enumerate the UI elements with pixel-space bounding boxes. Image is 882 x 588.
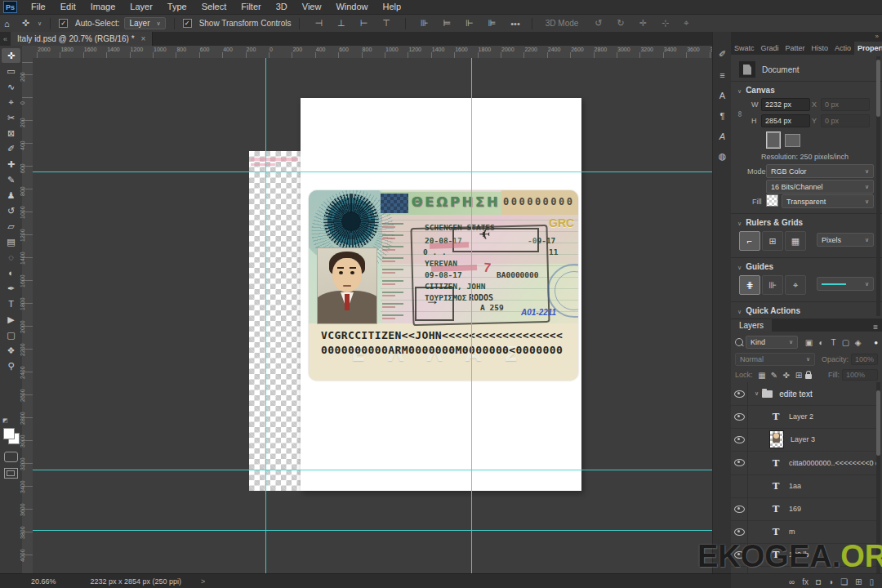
lock-transparency-icon[interactable]: ▦ xyxy=(756,371,768,380)
menu-type[interactable]: Type xyxy=(160,0,194,14)
menu-filter[interactable]: Filter xyxy=(234,0,268,14)
toggle-guides-button[interactable]: ⋕ xyxy=(739,275,760,295)
layer-row[interactable]: T1aa xyxy=(731,474,876,498)
layer-visibility-toggle[interactable] xyxy=(731,474,748,497)
menu-window[interactable]: Window xyxy=(328,0,375,14)
new-layer-icon[interactable]: ⊞ xyxy=(855,577,862,586)
crop-tool[interactable]: ✂ xyxy=(2,110,20,125)
status-chevron-icon[interactable]: > xyxy=(201,577,205,586)
photoshop-logo-icon[interactable]: Ps xyxy=(3,1,17,13)
layer-thumbnail[interactable] xyxy=(769,430,784,448)
guide-horizontal[interactable] xyxy=(33,172,712,172)
layer-filter-kind-select[interactable]: Kind ∨ xyxy=(746,336,798,349)
foreground-color-swatch[interactable] xyxy=(3,428,15,439)
menu-layer[interactable]: Layer xyxy=(122,0,160,14)
type-tool[interactable]: T xyxy=(2,296,20,311)
move-tool-preset-icon[interactable]: ✜ xyxy=(19,18,33,29)
lock-artboard-icon[interactable]: ⊞ xyxy=(793,371,805,380)
3d-mode-icon-2[interactable]: ✛ xyxy=(636,18,650,29)
align-icon-0[interactable]: ⊣ xyxy=(311,18,326,29)
default-colors-icon[interactable]: ◩ xyxy=(2,417,8,424)
screen-mode-button[interactable] xyxy=(4,468,18,479)
marquee-tool[interactable]: ▭ xyxy=(2,64,20,78)
landscape-orientation-button[interactable] xyxy=(785,134,800,147)
layer-visibility-toggle[interactable] xyxy=(731,497,748,520)
layer-row[interactable]: Layer 3 xyxy=(731,428,876,452)
collapse-tabs-icon[interactable]: « xyxy=(0,33,11,46)
horizontal-ruler[interactable]: 2000180016001400120010008006004002000200… xyxy=(22,46,712,59)
clear-guides-button[interactable]: ⌖ xyxy=(785,275,806,295)
mixer-brush-tool[interactable]: ❖ xyxy=(2,343,20,358)
tool-preset-chevron-icon[interactable]: ∨ xyxy=(38,20,42,27)
link-layers-icon[interactable]: ∞ xyxy=(789,577,795,586)
menu-view[interactable]: View xyxy=(295,0,329,14)
properties-scrollbar[interactable] xyxy=(876,56,880,316)
3d-mode-icon-4[interactable]: ⌖ xyxy=(680,18,692,29)
tool-presets-panel-icon[interactable]: ≡ xyxy=(715,67,730,82)
tab-patter[interactable]: Patter xyxy=(782,42,808,55)
layer-effects-icon[interactable]: fx xyxy=(802,577,808,586)
canvas-y-field[interactable]: 0 px xyxy=(821,114,870,127)
menu-select[interactable]: Select xyxy=(194,0,234,14)
group-chevron-icon[interactable]: ∨ xyxy=(755,390,759,397)
layer-visibility-toggle[interactable] xyxy=(731,452,748,474)
auto-select-target-dropdown[interactable]: Layer ∨ xyxy=(124,17,165,29)
canvas-x-field[interactable]: 0 px xyxy=(821,98,870,111)
filter-shape-layers-icon[interactable]: ▢ xyxy=(840,338,852,347)
adjustment-layer-icon[interactable]: ◑ xyxy=(828,577,833,586)
brush-settings-panel-icon[interactable]: ✐ xyxy=(715,47,730,62)
3d-mode-icon-3[interactable]: ⊹ xyxy=(658,18,672,29)
link-dimensions-icon[interactable]: ∞ xyxy=(736,111,745,117)
tab-actio[interactable]: Actio xyxy=(831,42,854,55)
auto-select-checkbox[interactable]: ✓ xyxy=(59,19,68,28)
filter-adjustment-layers-icon[interactable]: ◐ xyxy=(815,338,827,347)
align-icon-1[interactable]: ⊥ xyxy=(334,18,349,29)
paragraph-panel-icon[interactable]: ¶ xyxy=(715,108,730,123)
dodge-tool[interactable]: ◐ xyxy=(2,265,20,280)
home-icon[interactable]: ⌂ xyxy=(0,19,14,29)
show-transform-checkbox[interactable]: ✓ xyxy=(183,19,192,28)
menu-edit[interactable]: Edit xyxy=(53,0,83,14)
guide-horizontal[interactable] xyxy=(33,470,712,470)
lasso-tool[interactable]: ∿ xyxy=(2,79,20,94)
foreground-background-swatch[interactable] xyxy=(3,428,18,443)
vertical-ruler[interactable]: 2000200400600800100012001400160018002000… xyxy=(22,58,33,573)
gradient-tool[interactable]: ▤ xyxy=(2,234,20,249)
align-icon-2[interactable]: ⊢ xyxy=(357,18,372,29)
menu-file[interactable]: File xyxy=(24,0,53,14)
layer-visibility-toggle[interactable] xyxy=(731,428,748,451)
menu-help[interactable]: Help xyxy=(376,0,409,14)
filter-toggle-icon[interactable]: ● xyxy=(874,339,878,346)
tab-gradi[interactable]: Gradi xyxy=(758,42,782,55)
layer-mask-icon[interactable]: ◘ xyxy=(816,577,821,586)
quick-mask-button[interactable] xyxy=(4,452,18,462)
layer-row[interactable]: ∨edite text xyxy=(731,382,876,406)
frame-tool[interactable]: ⊠ xyxy=(2,126,20,140)
distribute-icon-3[interactable]: ⊫ xyxy=(485,18,500,29)
toggle-pixel-grid-button[interactable]: ▦ xyxy=(785,231,806,251)
guides-section-header[interactable]: ∨Guides xyxy=(737,262,773,271)
blur-tool[interactable]: ◌ xyxy=(2,250,20,265)
portrait-orientation-button[interactable] xyxy=(767,132,780,148)
guide-style-select[interactable]: ∨ xyxy=(817,277,874,291)
filter-type-layers-icon[interactable]: T xyxy=(827,338,840,347)
collapse-panels-icon[interactable]: » xyxy=(875,33,879,40)
lock-position-icon[interactable]: ✜ xyxy=(781,371,793,380)
toggle-rulers-button[interactable]: ⌐ xyxy=(739,231,760,251)
filter-smart-objects-icon[interactable]: ◈ xyxy=(852,338,864,347)
eraser-tool[interactable]: ▱ xyxy=(2,219,20,234)
lock-pixels-icon[interactable]: ✎ xyxy=(768,371,781,380)
3d-mode-icon-0[interactable]: ↺ xyxy=(591,18,605,29)
align-icon-3[interactable]: ⊤ xyxy=(379,18,394,29)
guide-vertical[interactable] xyxy=(265,58,266,573)
pen-tool[interactable]: ✒ xyxy=(2,281,20,296)
guide-horizontal[interactable] xyxy=(33,530,712,531)
lock-all-icon[interactable] xyxy=(805,374,812,379)
blend-mode-select[interactable]: Normal ∨ xyxy=(735,353,815,366)
layer-visibility-toggle[interactable] xyxy=(731,405,748,428)
layer-row[interactable]: Tcitta0000000..<<<<<<<<0 d xyxy=(731,452,876,475)
canvas-section-header[interactable]: ∨Canvas xyxy=(737,86,775,95)
document-icon[interactable] xyxy=(739,61,755,78)
canvas-fill-select[interactable]: Transparent ∨ xyxy=(782,194,874,208)
3d-mode-icon-1[interactable]: ↻ xyxy=(614,18,628,29)
